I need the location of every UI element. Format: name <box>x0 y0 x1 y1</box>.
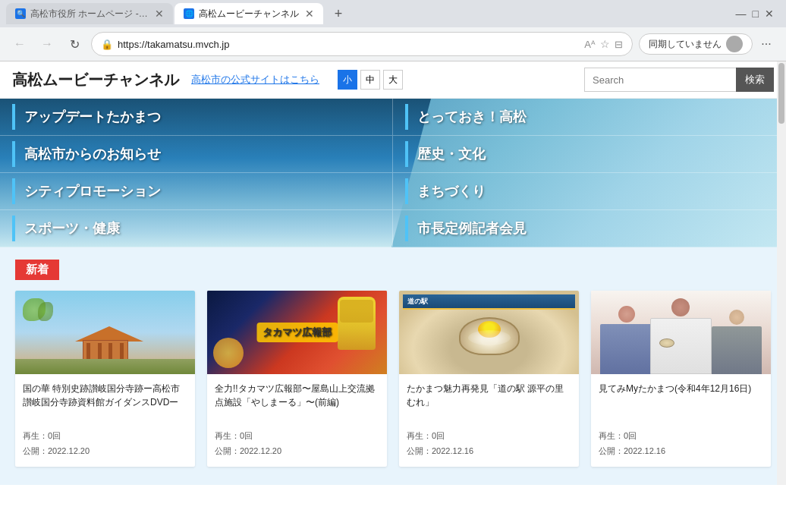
tab-favicon-1: 🔍 <box>15 8 26 19</box>
card-4-thumbnail <box>591 291 771 374</box>
card-2-body: 全力!!タカマツ広報部〜屋島山上交流拠点施設「やしまーる」〜(前編) 再生：0回… <box>207 374 387 467</box>
nav-item-1[interactable]: アップデートたかまつ <box>0 99 393 136</box>
nav-bar-accent <box>405 141 408 167</box>
official-site-link[interactable]: 高松市の公式サイトはこちら <box>191 73 319 87</box>
page-wrapper: 高松ムービーチャンネル 高松市の公式サイトはこちら 小 中 大 検索 アップデー… <box>0 61 786 485</box>
forward-button[interactable]: → <box>36 33 58 55</box>
nav-item-7[interactable]: スポーツ・健康 <box>0 210 393 247</box>
font-small-button[interactable]: 小 <box>338 70 357 90</box>
nav-bar-accent <box>405 216 408 241</box>
card-3-body: たかまつ魅力再発見「道の駅 源平の里むれ」 再生：0回 公開：2022.12.1… <box>399 374 579 467</box>
lock-icon: 🔒 <box>101 39 113 50</box>
card-4-title: 見てみMyたかまつ(令和4年12月16日) <box>599 382 763 423</box>
nav-bar-accent <box>12 104 15 130</box>
address-bar[interactable]: 🔒 https://takamatsu.mvch.jp Aᴬ ☆ ⊟ <box>91 32 633 56</box>
tab-favicon-2: 🌐 <box>184 8 194 19</box>
card-4-views: 再生：0回 <box>599 429 763 444</box>
url-text: https://takamatsu.mvch.jp <box>118 39 580 50</box>
nav-label-3: 高松市からのお知らせ <box>24 145 161 163</box>
sync-button[interactable]: 同期していません <box>639 33 753 55</box>
site-title: 高松ムービーチャンネル <box>12 70 179 90</box>
cards-grid: 国の華 特別史跡讃岐国分寺跡ー高松市讃岐国分寺跡資料館ガイダンスDVDー 再生：… <box>15 291 771 467</box>
back-button[interactable]: ← <box>9 33 30 55</box>
nav-label-8: 市長定例記者会見 <box>417 219 527 238</box>
minimize-button[interactable]: — <box>736 8 747 20</box>
tab-close-2[interactable]: ✕ <box>305 8 314 20</box>
hero-section: アップデートたかまつ とっておき！高松 高松市からのお知らせ 歴史・文化 シティ… <box>0 99 786 247</box>
nav-item-8[interactable]: 市長定例記者会見 <box>393 210 786 247</box>
card-3-thumbnail: 道の駅 <box>399 291 579 374</box>
card-4[interactable]: 見てみMyたかまつ(令和4年12月16日) 再生：0回 公開：2022.12.1… <box>591 291 771 467</box>
browser-title-bar: 🔍 高松市役所 ホームページ - 検索 ✕ 🌐 高松ムービーチャンネル ✕ + … <box>0 0 786 27</box>
card-1-thumbnail <box>15 291 195 374</box>
nav-label-1: アップデートたかまつ <box>24 108 161 126</box>
new-arrivals-section: 新着 <box>0 247 786 485</box>
card-1-published: 公開：2022.12.20 <box>23 444 187 459</box>
star-outline-icon[interactable]: ☆ <box>600 38 610 50</box>
fishing-text: タカマツ広報部 <box>256 323 338 342</box>
scrollbar[interactable] <box>777 61 786 485</box>
card-3[interactable]: 道の駅 たかまつ魅力再発見「道の駅 源平の里むれ」 再生：0回 公開：2022.… <box>399 291 579 467</box>
card-3-published: 公開：2022.12.16 <box>407 444 571 459</box>
tab-title-1: 高松市役所 ホームページ - 検索 <box>30 8 149 20</box>
maximize-button[interactable]: □ <box>753 8 759 20</box>
search-area: 検索 <box>584 68 774 92</box>
new-tab-button[interactable]: + <box>328 3 349 24</box>
card-2-views: 再生：0回 <box>215 429 379 444</box>
user-avatar <box>726 36 743 52</box>
card-3-title: たかまつ魅力再発見「道の駅 源平の里むれ」 <box>407 382 571 423</box>
nav-item-4[interactable]: 歴史・文化 <box>393 136 786 173</box>
nav-grid: アップデートたかまつ とっておき！高松 高松市からのお知らせ 歴史・文化 シティ… <box>0 99 786 247</box>
temple-roof <box>75 326 143 342</box>
tab-title-2: 高松ムービーチャンネル <box>199 8 299 20</box>
sync-label: 同期していません <box>649 38 722 51</box>
nav-actions: 同期していません ··· <box>639 33 777 55</box>
font-medium-button[interactable]: 中 <box>360 70 380 90</box>
food-bowl <box>459 317 520 355</box>
card-1-views: 再生：0回 <box>23 429 187 444</box>
card-4-body: 見てみMyたかまつ(令和4年12月16日) 再生：0回 公開：2022.12.1… <box>591 374 771 467</box>
font-size-controls: 小 中 大 <box>338 70 403 90</box>
site-header: 高松ムービーチャンネル 高松市の公式サイトはこちら 小 中 大 検索 <box>0 61 786 99</box>
nav-label-4: 歴史・文化 <box>417 145 486 163</box>
font-large-button[interactable]: 大 <box>383 70 403 90</box>
nav-bar-accent <box>405 178 408 204</box>
card-4-published: 公開：2022.12.16 <box>599 444 763 459</box>
aa-icon: Aᴬ <box>584 39 596 50</box>
nav-item-2[interactable]: とっておき！高松 <box>393 99 786 136</box>
tab-close-1[interactable]: ✕ <box>155 8 164 20</box>
close-window-button[interactable]: ✕ <box>765 8 774 20</box>
nav-item-5[interactable]: シティプロモーション <box>0 173 393 210</box>
page-content: 高松ムービーチャンネル 高松市の公式サイトはこちら 小 中 大 検索 アップデー… <box>0 61 786 485</box>
card-1[interactable]: 国の華 特別史跡讃岐国分寺跡ー高松市讃岐国分寺跡資料館ガイダンスDVDー 再生：… <box>15 291 195 467</box>
card-3-views: 再生：0回 <box>407 429 571 444</box>
nav-label-5: シティプロモーション <box>24 182 161 200</box>
card-1-title: 国の華 特別史跡讃岐国分寺跡ー高松市讃岐国分寺跡資料館ガイダンスDVDー <box>23 382 187 423</box>
search-button[interactable]: 検索 <box>736 68 774 92</box>
nav-label-2: とっておき！高松 <box>417 108 527 126</box>
nav-item-3[interactable]: 高松市からのお知らせ <box>0 136 393 173</box>
card-2-thumbnail: タカマツ広報部 <box>207 291 387 374</box>
search-input[interactable] <box>584 68 736 92</box>
nav-bar-accent <box>12 178 15 204</box>
nav-label-7: スポーツ・健康 <box>24 219 120 238</box>
nav-item-6[interactable]: まちづくり <box>393 173 786 210</box>
more-options-button[interactable]: ··· <box>756 33 777 55</box>
card-2-published: 公開：2022.12.20 <box>215 444 379 459</box>
bookmark-icon[interactable]: ⊟ <box>615 39 623 50</box>
nav-label-6: まちづくり <box>417 182 486 200</box>
refresh-button[interactable]: ↻ <box>64 33 85 55</box>
nav-bar-accent <box>405 104 408 130</box>
scroll-thumb[interactable] <box>778 63 784 124</box>
nav-bar-accent <box>12 216 15 241</box>
card-1-body: 国の華 特別史跡讃岐国分寺跡ー高松市讃岐国分寺跡資料館ガイダンスDVDー 再生：… <box>15 374 195 467</box>
browser-tab-active[interactable]: 🌐 高松ムービーチャンネル ✕ <box>174 3 323 24</box>
new-badge: 新着 <box>15 260 59 280</box>
browser-chrome: 🔍 高松市役所 ホームページ - 検索 ✕ 🌐 高松ムービーチャンネル ✕ + … <box>0 0 786 61</box>
browser-tab-inactive[interactable]: 🔍 高松市役所 ホームページ - 検索 ✕ <box>6 3 173 24</box>
card-2[interactable]: タカマツ広報部 全力!!タカマツ広報部〜屋島山上交流拠点施設「やしまーる」〜(前… <box>207 291 387 467</box>
browser-nav-bar: ← → ↻ 🔒 https://takamatsu.mvch.jp Aᴬ ☆ ⊟… <box>0 27 786 61</box>
card-2-title: 全力!!タカマツ広報部〜屋島山上交流拠点施設「やしまーる」〜(前編) <box>215 382 379 423</box>
nav-bar-accent <box>12 141 15 167</box>
